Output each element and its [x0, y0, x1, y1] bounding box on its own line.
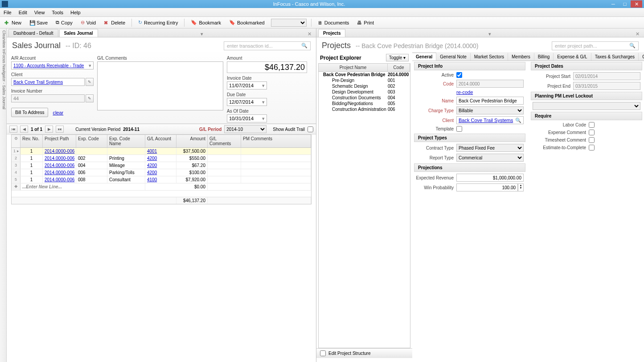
bookmarked-button[interactable]: 🔖Bookmarked [227, 19, 267, 26]
close-button[interactable]: ✕ [631, 0, 642, 8]
save-button[interactable]: 💾Save [28, 19, 49, 26]
labor-code-checkbox[interactable] [589, 122, 595, 128]
contract-type-select[interactable]: Phased Fixed Fee [456, 144, 524, 152]
asof-date-field[interactable]: 10/31/2014▾ [227, 114, 267, 122]
nav-next[interactable]: ▶ [45, 126, 53, 133]
window-title: InFocus - Casco and Wilson, Inc. [11, 1, 607, 7]
tab-dropdown[interactable]: ▾ [198, 31, 206, 37]
audit-label: Show Audit Trail [273, 127, 305, 132]
glcomments-label: G/L Comments [97, 56, 223, 61]
grid-row[interactable]: 3 1 2014.0000-006 004 Mileage 4200 $67.2… [12, 162, 311, 169]
ar-account-field[interactable]: 1100 - Accounts Receivable - Trade▾ [11, 61, 94, 69]
grid-row[interactable]: 2 1 2014.0000-006 002 Printing 4200 $550… [12, 155, 311, 162]
ts-comment-checkbox[interactable] [589, 137, 595, 143]
minimize-button[interactable]: ─ [607, 0, 619, 8]
void-button[interactable]: ⊖Void [79, 19, 98, 26]
recode-link[interactable]: re-code [456, 89, 473, 95]
expected-revenue-field[interactable] [456, 174, 524, 182]
client-field[interactable]: Back Cove Trail Systems [11, 78, 85, 86]
copy-button[interactable]: ⧉Copy [54, 19, 74, 26]
print-button[interactable]: 🖶Print [355, 19, 376, 26]
sec-project-info: Project Info [414, 62, 525, 70]
nav-last[interactable]: ⏭ [56, 126, 64, 133]
invoice-date-field[interactable]: 11/07/2014▾ [227, 81, 267, 89]
active-checkbox[interactable] [456, 72, 462, 78]
exp-comment-checkbox[interactable] [589, 130, 595, 135]
client-link[interactable]: Back Cove Trail Systems [459, 118, 513, 123]
client-label: Client [11, 72, 94, 77]
left-tabstrip: Dashboard - Default Sales Journal ▾ ✕ [7, 28, 316, 37]
nav-first[interactable]: ⏮ [9, 126, 17, 133]
tree-item[interactable]: Construction Documents004 [319, 95, 410, 101]
dtab-members[interactable]: Members [508, 53, 534, 61]
dtab-general[interactable]: General [412, 53, 436, 61]
menu-view[interactable]: View [33, 9, 47, 16]
navigator-strip[interactable]: Clearview InFocus Navigator - Sales Jour… [0, 28, 7, 362]
new-line-row[interactable]: ✚ ...Enter New Line... $0.00 [12, 183, 311, 191]
bookmark-select[interactable] [271, 19, 307, 27]
menu-help[interactable]: Help [69, 9, 82, 16]
project-tree[interactable]: Project Name Code Back Cove Pedestrian B… [318, 63, 410, 348]
bookmark-button[interactable]: 🔖Bookmark [189, 19, 223, 26]
win-prob-field[interactable] [456, 183, 518, 191]
invnum-edit-button[interactable]: ✎ [86, 94, 94, 102]
tree-item[interactable]: Bidding/Negotiations005 [319, 101, 410, 106]
glcomments-field[interactable] [97, 61, 223, 110]
documents-button[interactable]: 🗎Documents [316, 19, 351, 26]
charge-type-select[interactable]: Billable [456, 106, 524, 114]
maximize-button[interactable]: □ [619, 0, 631, 8]
dtab-expense[interactable]: Expense & G/L [554, 53, 591, 61]
tree-item[interactable]: Design Development003 [319, 89, 410, 95]
tree-item[interactable]: Construction Administration006 [319, 106, 410, 112]
spin-down[interactable]: ▼ [518, 187, 523, 189]
cvp-label: Current Version Period [75, 127, 120, 132]
grid-row[interactable]: 1 ▸ 1 2014.0000-006 4001 $37,500.00 [12, 148, 311, 155]
dtab-contacts[interactable]: Contacts [639, 53, 644, 61]
bill-to-button[interactable]: Bill To Address [11, 108, 48, 117]
edit-structure-checkbox[interactable] [320, 350, 326, 356]
tab-sales-journal[interactable]: Sales Journal [59, 29, 98, 37]
tab-dashboard[interactable]: Dashboard - Default [8, 29, 58, 37]
tree-root[interactable]: Back Cove Pedestrian Bridge 2014.0000 [319, 72, 410, 77]
template-checkbox[interactable] [456, 126, 462, 132]
sec-require: Require [531, 112, 642, 120]
grid-gear[interactable]: ⚙ [12, 135, 21, 147]
proj-end-field[interactable] [573, 82, 640, 90]
tree-item[interactable]: Schematic Design002 [319, 83, 410, 89]
toggle-button[interactable]: Toggle ▾ [386, 54, 409, 61]
report-type-select[interactable]: Commerical [456, 154, 524, 162]
dtab-markets[interactable]: Market Sectors [471, 53, 508, 61]
grid-row[interactable]: 4 1 2014.0000-006 006 Parking/Tolls 4200… [12, 169, 311, 176]
tab-projects[interactable]: Projects [318, 29, 345, 37]
menu-file[interactable]: File [2, 9, 13, 16]
dtab-taxes[interactable]: Taxes & Surcharges [591, 53, 639, 61]
dtab-note[interactable]: General Note [436, 53, 470, 61]
audit-checkbox[interactable] [308, 126, 313, 132]
search-project[interactable]: enter project path...🔍 [552, 41, 639, 50]
name-field[interactable] [456, 97, 524, 105]
menu-tools[interactable]: Tools [50, 9, 65, 16]
pm-lockout-select[interactable] [533, 102, 640, 110]
nav-pos: 1 of 1 [31, 127, 42, 132]
due-date-field[interactable]: 12/07/2014▾ [227, 98, 267, 106]
etc-checkbox[interactable] [589, 145, 595, 150]
delete-button[interactable]: ✖Delete [102, 19, 127, 26]
menu-edit[interactable]: Edit [17, 9, 29, 16]
rtab-close[interactable]: ✕ [633, 31, 642, 37]
nav-prev[interactable]: ◀ [20, 126, 28, 133]
menubar: File Edit View Tools Help [0, 8, 644, 17]
tree-item[interactable]: Pre-Design001 [319, 77, 410, 83]
recurring-button[interactable]: ↻Recurring Entry [136, 19, 180, 26]
delete-icon: ✖ [104, 20, 109, 25]
rtab-dropdown[interactable]: ▾ [486, 31, 494, 37]
search-transaction[interactable]: enter transaction id...🔍 [224, 41, 311, 50]
new-button[interactable]: ✚New [3, 19, 23, 26]
glperiod-select[interactable]: 2014-10 [224, 125, 267, 133]
tab-close[interactable]: ✕ [305, 31, 314, 37]
clear-link[interactable]: clear [53, 110, 63, 115]
grid-row[interactable]: 5 1 2014.0000-006 008 Consultant 4100 $7… [12, 176, 311, 183]
proj-start-field[interactable] [573, 72, 640, 80]
client-edit-button[interactable]: ✎ [86, 78, 94, 86]
line-grid: ⚙ Rev. No. Project Path Exp. Code Exp. C… [11, 134, 312, 204]
dtab-billing[interactable]: Billing [534, 53, 554, 61]
